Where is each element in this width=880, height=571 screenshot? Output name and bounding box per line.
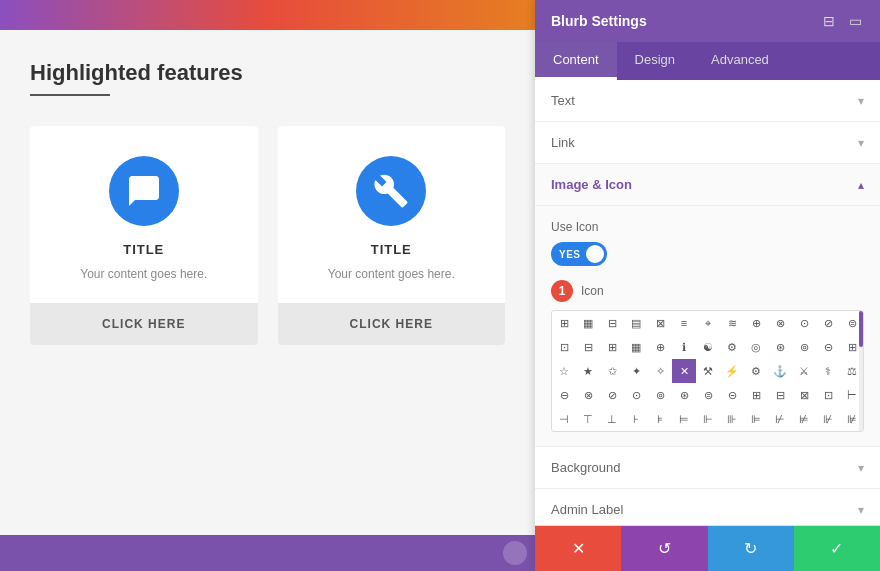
icon-cell[interactable]: ⚓ [768, 359, 792, 383]
icon-cell[interactable]: ⊙ [624, 383, 648, 407]
icon-cell[interactable]: ⊤ [576, 407, 600, 431]
icon-cell[interactable]: ✧ [648, 359, 672, 383]
icon-cell[interactable]: ⊗ [768, 311, 792, 335]
icon-cell[interactable]: ⊟ [600, 311, 624, 335]
icon-cell[interactable]: ℹ [672, 335, 696, 359]
panel-header-icons: ⊟ ▭ [820, 12, 864, 30]
icon-cell[interactable]: ▦ [624, 335, 648, 359]
icon-cell[interactable]: ⊚ [648, 383, 672, 407]
icon-grid: ⊞ ▦ ⊟ ▤ ⊠ ≡ ⌖ ≋ ⊕ ⊗ ⊙ ⊘ ⊜ ⊡ ⊟ ⊞ [552, 311, 863, 431]
icon-cell[interactable]: ⊟ [576, 335, 600, 359]
section-background[interactable]: Background ▾ [535, 447, 880, 489]
settings-panel: Blurb Settings ⊟ ▭ Content Design Advanc… [535, 0, 880, 571]
icon-cell[interactable]: ⊘ [816, 311, 840, 335]
redo-button[interactable]: ↻ [708, 526, 794, 571]
icon-cell[interactable]: ☆ [552, 359, 576, 383]
icon-cell[interactable]: ▦ [576, 311, 600, 335]
section-link[interactable]: Link ▾ [535, 122, 880, 164]
icon-cell[interactable]: ⊘ [600, 383, 624, 407]
card-2-button[interactable]: CLICK HERE [278, 303, 506, 345]
icon-cell[interactable]: ▤ [624, 311, 648, 335]
scrollbar [859, 311, 863, 431]
section-text[interactable]: Text ▾ [535, 80, 880, 122]
icon-cell[interactable]: ⊞ [552, 311, 576, 335]
icon-cell[interactable]: ⊭ [792, 407, 816, 431]
icon-cell[interactable]: ⊟ [768, 383, 792, 407]
cancel-button[interactable]: ✕ [535, 526, 621, 571]
icon-cell[interactable]: ⚡ [720, 359, 744, 383]
icon-cell[interactable]: ⊣ [552, 407, 576, 431]
icon-cell[interactable]: ⊪ [720, 407, 744, 431]
icon-cell[interactable]: ⊠ [792, 383, 816, 407]
panel-body: Text ▾ Link ▾ Image & Icon ▴ Use Icon YE… [535, 80, 880, 525]
confirm-button[interactable]: ✓ [794, 526, 880, 571]
collapse-icon[interactable]: ⊟ [820, 12, 838, 30]
section-image-icon-label: Image & Icon [551, 177, 632, 192]
icon-cell[interactable]: ⚔ [792, 359, 816, 383]
icon-cell[interactable]: ⊛ [768, 335, 792, 359]
tab-content[interactable]: Content [535, 42, 617, 80]
icon-cell[interactable]: ⊝ [720, 383, 744, 407]
icon-cell[interactable]: ⊦ [624, 407, 648, 431]
icon-cell[interactable]: ⊡ [816, 383, 840, 407]
icon-cell[interactable]: ⊗ [576, 383, 600, 407]
tab-design[interactable]: Design [617, 42, 693, 80]
undo-button[interactable]: ↺ [621, 526, 707, 571]
icon-cell[interactable]: ⊞ [744, 383, 768, 407]
icon-cell[interactable]: ≡ [672, 311, 696, 335]
icon-cell[interactable]: ⊛ [672, 383, 696, 407]
use-icon-toggle[interactable]: YES [551, 242, 607, 266]
chevron-down-icon: ▾ [858, 503, 864, 517]
icon-cell[interactable]: ⊝ [816, 335, 840, 359]
icon-cell[interactable]: ⚒ [696, 359, 720, 383]
page-content: Highlighted features TITLE Your content … [0, 0, 535, 571]
icon-cell[interactable]: ⊕ [648, 335, 672, 359]
icon-cell[interactable]: ⊜ [696, 383, 720, 407]
icon-cell[interactable]: ⚕ [816, 359, 840, 383]
tab-advanced[interactable]: Advanced [693, 42, 787, 80]
chat-icon [126, 173, 162, 209]
icon-cell[interactable]: ⊬ [768, 407, 792, 431]
chevron-up-icon: ▴ [858, 178, 864, 192]
underline-divider [30, 94, 110, 96]
icon-cell[interactable]: ⊧ [648, 407, 672, 431]
icon-cell[interactable]: ✩ [600, 359, 624, 383]
icon-cell[interactable]: ⊠ [648, 311, 672, 335]
section-admin-label-label: Admin Label [551, 502, 623, 517]
icon-cell[interactable]: ⊙ [792, 311, 816, 335]
icon-cell[interactable]: ✦ [624, 359, 648, 383]
icon-cell[interactable]: ☯ [696, 335, 720, 359]
section-image-icon-header[interactable]: Image & Icon ▴ [535, 164, 880, 206]
icon-cell[interactable]: ⊩ [696, 407, 720, 431]
tabs-row: Content Design Advanced [535, 42, 880, 80]
icon-cell[interactable]: ⚙ [720, 335, 744, 359]
icon-cell[interactable]: ⌖ [696, 311, 720, 335]
card-2-text: Your content goes here. [298, 265, 486, 283]
icon-cell[interactable]: ≋ [720, 311, 744, 335]
icon-cell[interactable]: ⊖ [552, 383, 576, 407]
icon-cell[interactable]: ⊚ [792, 335, 816, 359]
card-2-icon [356, 156, 426, 226]
section-admin-label[interactable]: Admin Label ▾ [535, 489, 880, 525]
icon-cell[interactable]: ⊞ [600, 335, 624, 359]
section-background-label: Background [551, 460, 620, 475]
icon-cell[interactable]: ⊥ [600, 407, 624, 431]
bottom-dot [503, 541, 527, 565]
toggle-yes-text: YES [559, 249, 581, 260]
icon-cell-selected[interactable]: ✕ [672, 359, 696, 383]
page-bottom-bar [0, 535, 535, 571]
icon-cell[interactable]: ⊕ [744, 311, 768, 335]
icon-cell[interactable]: ⊡ [552, 335, 576, 359]
top-bar [0, 0, 535, 30]
icon-cell[interactable]: ⊫ [744, 407, 768, 431]
chevron-down-icon: ▾ [858, 461, 864, 475]
icon-cell[interactable]: ⊮ [816, 407, 840, 431]
section-link-label: Link [551, 135, 575, 150]
cards-row: TITLE Your content goes here. CLICK HERE… [30, 126, 505, 345]
icon-cell[interactable]: ★ [576, 359, 600, 383]
icon-cell[interactable]: ⊨ [672, 407, 696, 431]
expand-icon[interactable]: ▭ [846, 12, 864, 30]
card-1-button[interactable]: CLICK HERE [30, 303, 258, 345]
icon-cell[interactable]: ⚙ [744, 359, 768, 383]
icon-cell[interactable]: ◎ [744, 335, 768, 359]
